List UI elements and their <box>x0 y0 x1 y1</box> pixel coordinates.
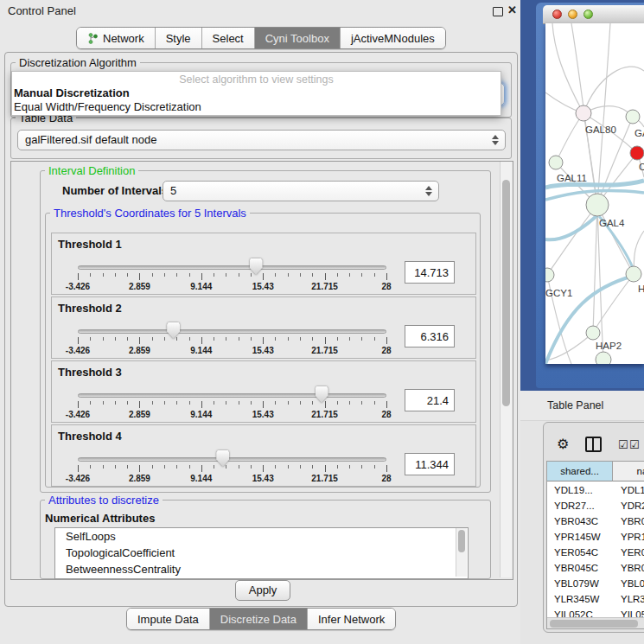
horizontal-scrollbar[interactable] <box>547 617 644 629</box>
node-label-h: H <box>638 284 644 294</box>
threshold-panel-3: Threshold 3-3.4262.8599.14415.4321.71528… <box>51 360 476 423</box>
tick <box>201 337 202 344</box>
network-node-node-right-h[interactable] <box>626 266 641 282</box>
cell-name: YBR045C <box>621 560 644 576</box>
minimize-traffic-light[interactable] <box>568 10 577 19</box>
table-row[interactable]: YPR145WYPR145W <box>547 529 644 545</box>
cell-name: YBL079W <box>621 576 644 591</box>
algorithm-option-equal-width[interactable]: Equal Width/Frequency Discretization <box>14 100 201 113</box>
list-item-betweennesscentrality[interactable]: BetweennessCentrality <box>55 561 468 577</box>
slider-track[interactable] <box>78 457 386 462</box>
tab-label: Infer Network <box>318 609 385 629</box>
tab-style[interactable]: Style <box>156 28 202 48</box>
tab-discretize-data[interactable]: Discretize Data <box>210 609 308 629</box>
tick-label: 2.859 <box>129 474 150 483</box>
tick <box>78 465 79 472</box>
node-label-ga: GA <box>634 128 644 138</box>
tick-label: 28 <box>381 346 391 355</box>
table-row[interactable]: YDR27...YDR277C <box>547 498 644 513</box>
tick-label: 9.144 <box>190 282 212 291</box>
slider-track[interactable] <box>78 265 386 270</box>
network-node-selected-red-node[interactable] <box>630 146 644 160</box>
network-node-node-top-right[interactable] <box>626 110 640 124</box>
apply-button[interactable]: Apply <box>235 580 290 601</box>
zoom-traffic-light[interactable] <box>583 10 593 19</box>
threshold-label: Threshold 3 <box>58 366 122 379</box>
tick <box>325 401 326 408</box>
table-data-combo[interactable]: galFiltered.sif default node <box>17 130 506 150</box>
checkbox-icon[interactable]: ☑ <box>629 438 640 451</box>
tick-label: 2.859 <box>129 346 150 355</box>
network-canvas[interactable]: GAL80GACGAL11GAL4GCY1HHAP2 <box>545 23 644 364</box>
network-window-titlebar <box>543 5 644 24</box>
tab-label: Discretize Data <box>220 609 296 629</box>
table-row[interactable]: YER054CYER054C <box>547 545 644 560</box>
network-edge[interactable] <box>556 113 583 163</box>
node-table[interactable]: shared... name YDL19...YDL194WYDR27...YD… <box>546 461 644 629</box>
table-row[interactable]: YDL19...YDL194W <box>547 482 644 498</box>
tick-label: 15.43 <box>252 474 274 483</box>
table-row[interactable]: YBL079WYBL079W <box>547 576 644 591</box>
network-edge-highlighted[interactable] <box>545 215 597 239</box>
close-icon[interactable]: ✕ <box>507 3 517 16</box>
cell-shared-name: YER054C <box>554 545 598 560</box>
tick <box>139 465 140 472</box>
column-header-name[interactable]: name <box>613 462 644 481</box>
threshold-value-field[interactable]: 11.344 <box>405 453 455 475</box>
list-item-topologicalcoefficient[interactable]: TopologicalCoefficient <box>55 545 468 561</box>
tab-cyni-toolbox[interactable]: Cyni Toolbox <box>255 28 341 48</box>
split-table-icon[interactable] <box>585 437 602 452</box>
network-edge[interactable] <box>593 205 597 333</box>
tick <box>201 401 202 408</box>
network-edge[interactable] <box>597 23 610 205</box>
network-edge[interactable] <box>552 23 583 113</box>
network-node-gal4[interactable] <box>586 194 609 216</box>
vertical-scrollbar[interactable] <box>500 162 512 577</box>
list-item-selfloops[interactable]: SelfLoops <box>55 528 468 545</box>
number-of-intervals-combo[interactable]: 5 <box>163 181 439 201</box>
tab-network[interactable]: Network <box>77 28 156 48</box>
threshold-value-field[interactable]: 21.4 <box>405 389 455 411</box>
tab-impute-data[interactable]: Impute Data <box>127 609 210 629</box>
checkbox-icon[interactable]: ☑ <box>618 438 628 451</box>
threshold-label: Threshold 4 <box>58 430 122 443</box>
scrollbar-thumb[interactable] <box>458 530 465 552</box>
slider-track[interactable] <box>78 329 386 334</box>
network-node-hap2[interactable] <box>586 326 600 340</box>
algorithm-option-manual[interactable]: Manual Discretization <box>14 86 130 99</box>
float-icon[interactable] <box>493 7 503 16</box>
scrollbar-thumb[interactable] <box>550 620 638 628</box>
scrollbar-thumb[interactable] <box>502 180 510 406</box>
column-header-shared-name[interactable]: shared... <box>547 462 613 481</box>
cell-shared-name: YBL079W <box>554 576 599 591</box>
attributes-list-scrollbar[interactable] <box>456 528 467 577</box>
tick <box>139 401 140 408</box>
threshold-value-field[interactable]: 6.316 <box>405 325 455 348</box>
table-row[interactable]: YLR345WYLR345W <box>547 591 644 607</box>
tick <box>78 337 79 344</box>
thresholds-group: Threshold 1-3.4262.8599.14415.4321.71528… <box>45 213 481 488</box>
close-traffic-light[interactable] <box>552 10 562 19</box>
table-row[interactable]: YBR045CYBR045C <box>547 560 644 576</box>
network-node-gcy1[interactable] <box>545 268 554 282</box>
tick-label: -3.426 <box>66 410 90 419</box>
tick <box>386 273 387 280</box>
tick-label: -3.426 <box>66 474 90 483</box>
tab-jactivemnodules[interactable]: jActiveMNodules <box>341 28 445 48</box>
tick-label: 2.859 <box>129 282 150 291</box>
algorithm-group-title: Discretization Algorithm <box>16 57 140 69</box>
threshold-panel-2: Threshold 2-3.4262.8599.14415.4321.71528… <box>51 296 476 359</box>
node-label-c: C <box>639 162 644 172</box>
tab-infer-network[interactable]: Infer Network <box>308 609 395 629</box>
tick-label: -3.426 <box>66 282 90 291</box>
network-node-gal11[interactable] <box>549 156 563 169</box>
tick <box>139 337 140 344</box>
tick-label: 9.144 <box>190 410 212 419</box>
tab-select[interactable]: Select <box>202 28 255 48</box>
network-node-node-bottom[interactable] <box>596 352 611 364</box>
table-row[interactable]: YBR043CYBR043C <box>547 513 644 529</box>
threshold-value-field[interactable]: 14.713 <box>405 261 455 284</box>
gear-icon[interactable]: ⚙ <box>557 436 569 452</box>
slider-track[interactable] <box>78 393 386 398</box>
network-node-gal80[interactable] <box>576 105 591 121</box>
